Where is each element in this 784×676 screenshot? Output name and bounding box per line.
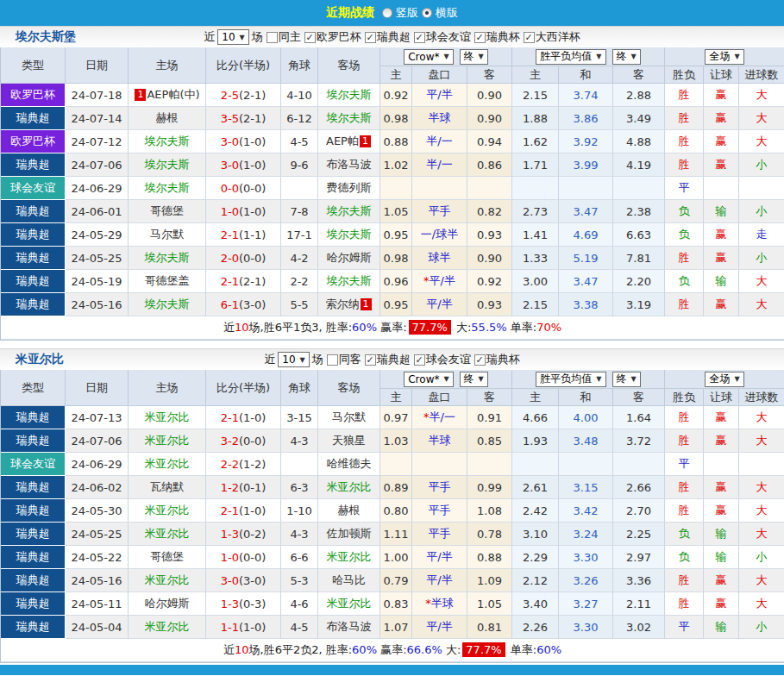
score-cell: 3-0(3-0) (206, 569, 281, 592)
table-row: 瑞典超24-07-06埃尔夫斯3-0(1-0)9-6布洛马波1.02半/一0.8… (1, 153, 784, 177)
odds-final-select[interactable]: 终 (460, 49, 488, 65)
avg-draw-cell: 3.27 (559, 592, 613, 616)
league-checkbox[interactable] (365, 32, 376, 43)
corners-cell: 1-10 (281, 499, 318, 523)
corners-cell: 4-5 (281, 616, 318, 639)
league-filter: 瑞典杯 (474, 352, 520, 367)
fulltime-score: 6-1 (221, 298, 239, 311)
subcolumn-header: 盘口 (412, 389, 467, 406)
league-checkbox[interactable] (414, 32, 425, 43)
line-text: 半球 (429, 434, 451, 447)
league-label: 大西洋杯 (536, 29, 580, 45)
line-text: 半/一 (426, 135, 452, 147)
subcolumn-header: 进球数 (739, 66, 784, 84)
handicap-value: 输 (716, 550, 727, 563)
result-cell: 负 (665, 223, 704, 247)
result-cell: 胜 (665, 107, 704, 130)
goals-value: 大 (756, 597, 768, 610)
league-filter: 瑞典杯 (474, 29, 520, 45)
home-team-cell: 埃尔夫斯 (129, 153, 206, 177)
layout-radio[interactable] (382, 8, 392, 18)
table-row: 欧罗巴杯24-07-181AEP帕(中)2-5(2-1)4-10埃尔夫斯0.92… (1, 84, 784, 107)
avg-away-cell: 6.63 (613, 223, 665, 247)
fulltime-score: 2-2 (221, 458, 239, 471)
type-cell: 球会友谊 (1, 177, 66, 200)
home-team-cell: 哈尔姆斯 (129, 592, 206, 616)
odds-away-cell: 0.82 (467, 200, 512, 223)
fulltime-score: 2-1 (221, 275, 239, 288)
result-value: 胜 (679, 88, 690, 101)
league-checkbox[interactable] (524, 32, 535, 43)
type-cell: 瑞典超 (1, 200, 66, 223)
avg-away-cell: 3.72 (613, 429, 665, 453)
home-team-name: 赫根 (156, 111, 179, 124)
avg-draw-cell: 3.30 (559, 616, 613, 639)
goals-value: 走 (756, 228, 768, 241)
line-text: 平手 (429, 527, 451, 540)
same-venue-checkbox[interactable] (327, 354, 338, 366)
away-team-cell: 埃尔夫斯 (318, 107, 380, 130)
line-text: 平/半 (426, 297, 452, 310)
score-cell: 1-0(1-0) (206, 200, 281, 223)
scope-select[interactable]: 全场 (705, 49, 743, 65)
odds-away-cell: 1.09 (467, 569, 512, 592)
avg-final-select[interactable]: 终 (612, 49, 641, 65)
table-row: 瑞典超24-07-13米亚尔比2-1(1-0)3-15马尔默0.97*半/一0.… (1, 406, 784, 429)
goals-cell (739, 453, 784, 476)
avg-away-cell: 2.38 (613, 200, 665, 223)
avg-draw-value: 3.30 (574, 551, 599, 564)
home-team-cell: 米亚尔比 (129, 406, 206, 429)
layout-radio[interactable] (422, 8, 432, 18)
fulltime-score: 0-0 (221, 182, 239, 195)
result-value: 胜 (679, 158, 690, 171)
odds-final-select[interactable]: 终 (460, 372, 488, 387)
handicap-value: 赢 (716, 251, 727, 264)
league-checkbox[interactable] (414, 354, 425, 366)
odds-home-cell: 0.95 (380, 293, 412, 316)
avg-draw-value: 3.47 (574, 205, 599, 218)
avg-final-select[interactable]: 终 (612, 372, 641, 387)
team-sections: 埃尔夫斯堡 近10场同主欧罗巴杯瑞典超球会友谊瑞典杯大西洋杯 类型 日期 主场 … (0, 26, 784, 663)
scope-select[interactable]: 全场 (705, 372, 743, 387)
home-team-cell: 瓦纳默 (129, 476, 206, 499)
league-checkbox[interactable] (365, 354, 376, 366)
league-checkbox[interactable] (474, 354, 486, 366)
games-count-select[interactable]: 10 (217, 29, 248, 45)
odds-home-cell: 0.98 (380, 247, 412, 270)
games-count-select[interactable]: 10 (278, 352, 309, 367)
handicap-value: 赢 (716, 88, 727, 101)
odds-source-select[interactable]: Crow* (404, 372, 453, 387)
avg-source-select[interactable]: 胜平负均值 (536, 372, 605, 387)
avg-source-select[interactable]: 胜平负均值 (536, 49, 605, 65)
odds-home-cell: 0.89 (380, 476, 412, 499)
home-team-cell: 埃尔夫斯 (129, 177, 206, 200)
away-team-cell: 布洛马波 (318, 153, 380, 177)
filter-near-label: 近 (204, 29, 215, 45)
odds-home-cell: 1.02 (380, 153, 412, 177)
avg-away-cell: 2.97 (613, 546, 665, 569)
league-checkbox[interactable] (474, 32, 486, 43)
avg-away-cell (613, 453, 665, 476)
league-label: 球会友谊 (426, 352, 471, 367)
summary-segment: 场,胜6平2负2, 胜率: (249, 643, 353, 656)
filter-near-label: 近 (264, 352, 275, 367)
fulltime-score: 3-5 (221, 112, 239, 125)
same-venue-checkbox[interactable] (267, 32, 278, 43)
odds-line-cell: *半球 (412, 592, 467, 616)
home-team-name: 哥德堡 (150, 550, 184, 563)
odds-source-select[interactable]: Crow* (404, 49, 453, 65)
league-checkbox[interactable] (304, 32, 316, 43)
odds-away-cell: 0.78 (467, 523, 512, 546)
halftime-score: (1-0) (239, 621, 266, 634)
handicap-cell: 赢 (704, 247, 739, 270)
handicap-cell: 输 (704, 523, 739, 546)
away-team-cell: 埃尔夫斯 (318, 200, 380, 223)
type-cell: 瑞典超 (1, 546, 66, 569)
goals-cell: 大 (739, 523, 784, 546)
goals-cell: 大 (739, 569, 784, 592)
handicap-value: 赢 (716, 597, 727, 610)
goals-value: 大 (756, 297, 768, 310)
result-value: 负 (679, 527, 690, 540)
goals-cell: 大 (739, 270, 784, 293)
line-text: 平/半 (426, 88, 452, 101)
